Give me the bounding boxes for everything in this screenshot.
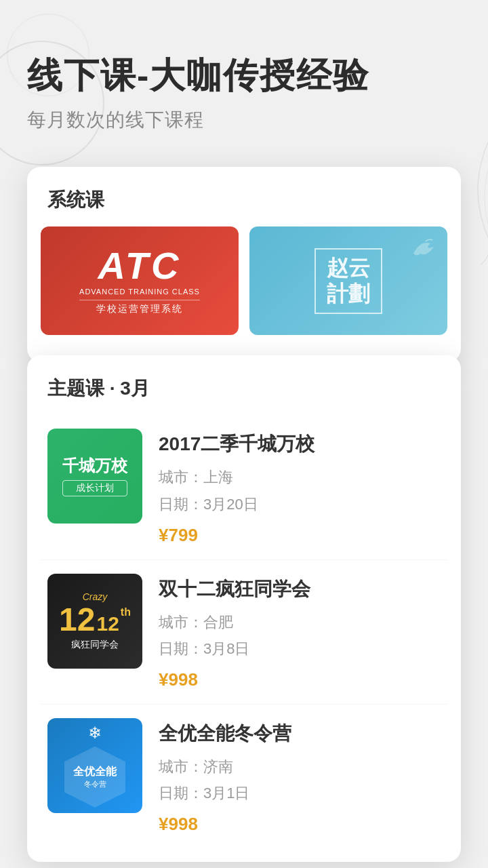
- crazy-text-top: Crazy: [59, 591, 131, 602]
- atc-logo: ATC ADVANCED TRAINING CLASS 学校运营管理系统: [79, 247, 200, 315]
- qian-cheng-inner: 千城万校 成长计划: [62, 456, 127, 496]
- zhao-yun-border: 赵云 計劃: [314, 248, 382, 314]
- course-item-quan-you[interactable]: ❄ 全优全能 冬令营 全优全能冬令营 城市：济南 日期：3月1日: [41, 705, 447, 848]
- atc-subtitle2: 学校运营管理系统: [79, 300, 200, 315]
- course-list: 千城万校 成长计划 2017二季千城万校 城市：上海 日期：3月20日 ¥799: [27, 415, 461, 862]
- theme-section-header: 主题课 · 3月: [27, 355, 461, 415]
- course-info-quan-you: 全优全能冬令营 城市：济南 日期：3月1日 ¥998: [159, 718, 441, 835]
- quan-you-inner: ❄ 全优全能 冬令营: [64, 724, 125, 808]
- quan-you-title: 全优全能: [73, 765, 117, 778]
- crazy-num-2: 12: [96, 612, 119, 635]
- atc-course-card[interactable]: ATC ADVANCED TRAINING CLASS 学校运营管理系统: [41, 226, 239, 335]
- quan-you-camp: 冬令营: [84, 779, 106, 789]
- system-courses-grid: ATC ADVANCED TRAINING CLASS 学校运营管理系统: [27, 226, 461, 355]
- course-info-qian-cheng: 2017二季千城万校 城市：上海 日期：3月20日 ¥799: [159, 429, 441, 545]
- snowflake-icon: ❄: [64, 724, 125, 743]
- atc-subtitle: ADVANCED TRAINING CLASS: [79, 288, 200, 296]
- crazy-num-1: 12: [59, 604, 95, 636]
- atc-letters: ATC: [79, 247, 200, 285]
- bird-icon: [407, 233, 441, 267]
- theme-courses-card: 主题课 · 3月 千城万校 成长计划 2017二季千城万校: [27, 355, 461, 862]
- course-info-crazy: 双十二疯狂同学会 城市：合肥 日期：3月8日 ¥998: [159, 574, 441, 690]
- zhao-yun-content: 赵云 計劃: [314, 248, 382, 314]
- crazy-inner: Crazy 12 12 th 疯狂同学会: [59, 591, 131, 651]
- course-meta-crazy: 城市：合肥 日期：3月8日: [159, 609, 441, 663]
- course-name-quan-you: 全优全能冬令营: [159, 721, 441, 747]
- quan-you-hex: 全优全能 冬令营: [64, 747, 125, 808]
- course-price-quan-you: ¥998: [159, 814, 441, 835]
- crazy-numbers: 12 12 th: [59, 604, 131, 636]
- sub-title: 每月数次的线下课程: [27, 107, 461, 133]
- system-section-header: 系统课: [27, 167, 461, 226]
- qian-cheng-title: 千城万校: [62, 456, 127, 476]
- course-item-crazy-1212[interactable]: Crazy 12 12 th 疯狂同学会 双十二疯狂同学会 城市：合: [41, 560, 447, 705]
- course-thumb-quan-you: ❄ 全优全能 冬令营: [47, 718, 142, 813]
- crazy-sub: 疯狂同学会: [59, 639, 131, 651]
- course-name-qian-cheng: 2017二季千城万校: [159, 431, 441, 457]
- zhao-yun-course-card[interactable]: 赵云 計劃: [249, 226, 447, 335]
- system-courses-card: 系统课 ATC ADVANCED TRAINING CLASS 学校运营管理系统: [27, 167, 461, 362]
- course-price-qian-cheng: ¥799: [159, 525, 441, 546]
- course-thumb-1212: Crazy 12 12 th 疯狂同学会: [47, 574, 142, 669]
- course-thumb-qian-cheng: 千城万校 成长计划: [47, 429, 142, 524]
- course-meta-quan-you: 城市：济南 日期：3月1日: [159, 753, 441, 807]
- main-title: 线下课-大咖传授经验: [27, 54, 461, 96]
- zhao-yun-title: 赵云 計劃: [327, 255, 370, 307]
- header-section: 线下课-大咖传授经验 每月数次的线下课程: [27, 54, 461, 133]
- qian-cheng-plan: 成长计划: [62, 480, 127, 496]
- course-meta-qian-cheng: 城市：上海 日期：3月20日: [159, 464, 441, 517]
- course-item-qian-cheng[interactable]: 千城万校 成长计划 2017二季千城万校 城市：上海 日期：3月20日 ¥799: [41, 415, 447, 559]
- course-price-crazy: ¥998: [159, 669, 441, 690]
- crazy-suffix: th: [121, 606, 131, 618]
- course-name-crazy: 双十二疯狂同学会: [159, 576, 441, 602]
